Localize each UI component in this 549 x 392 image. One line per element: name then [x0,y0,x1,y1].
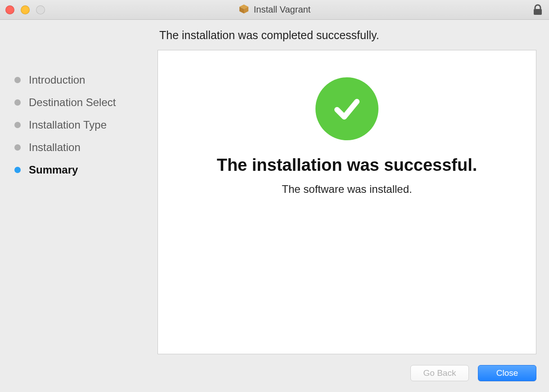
step-bullet-icon [14,77,21,83]
step-label: Introduction [29,74,85,86]
step-label: Installation [29,141,81,154]
step-installation: Installation [14,141,143,154]
lock-icon[interactable] [533,4,543,16]
success-headline: The installation was successful. [217,156,477,175]
step-bullet-icon [14,144,21,151]
step-label: Installation Type [29,119,107,131]
footer: Go Back Close [0,354,549,392]
step-bullet-icon [14,167,21,173]
step-destination-select: Destination Select [14,96,143,109]
maximize-window-button [36,5,45,14]
step-installation-type: Installation Type [14,119,143,131]
step-bullet-icon [14,122,21,128]
success-subline: The software was installed. [282,183,412,196]
step-label: Destination Select [29,96,116,109]
button-label: Go Back [423,368,456,378]
title-center: Install Vagrant [238,4,310,16]
minimize-window-button[interactable] [21,5,30,14]
button-label: Close [496,368,518,378]
close-button[interactable]: Close [478,365,536,381]
window-controls [5,5,45,14]
success-check-icon [315,77,378,140]
step-summary: Summary [14,164,143,176]
step-introduction: Introduction [14,74,143,86]
titlebar: Install Vagrant [0,0,549,20]
svg-rect-3 [534,9,542,15]
step-label: Summary [29,164,78,176]
window-title: Install Vagrant [254,4,310,15]
go-back-button: Go Back [410,365,469,381]
step-bullet-icon [14,99,21,106]
close-window-button[interactable] [5,5,14,14]
summary-panel: The installation was successful. The sof… [158,50,536,354]
package-icon [238,4,249,16]
page-header: The installation was completed successfu… [159,29,536,42]
sidebar: Introduction Destination Select Installa… [13,29,143,354]
